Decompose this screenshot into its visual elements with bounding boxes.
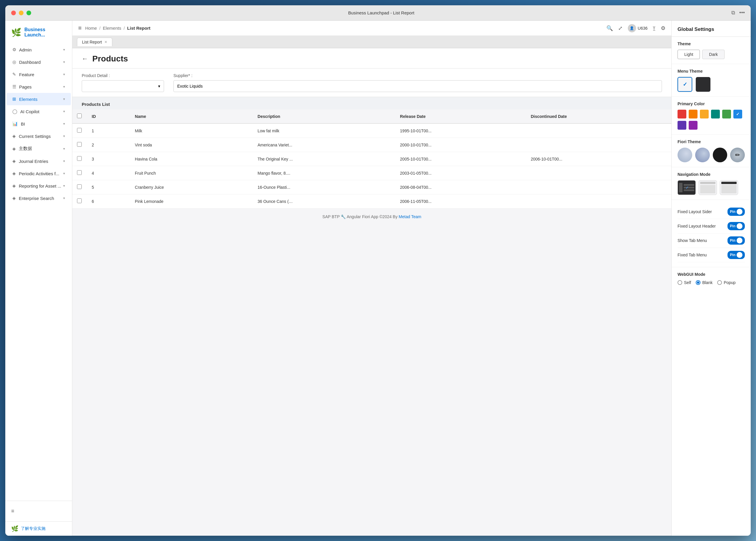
sidebar-item-zhu-shuju[interactable]: ◈ 主数据 ▾ [6, 142, 71, 155]
sidebar-item-periodic-activities[interactable]: ◈ Periodic Activities f... ▾ [6, 167, 71, 180]
row-checkbox-cell [72, 138, 87, 152]
maximize-button[interactable] [26, 11, 31, 15]
page-title: Products [92, 54, 128, 64]
toggle-fixed-tab-menu: Fixed Tab Menu Pin [677, 248, 745, 262]
right-panel: Global Settings Theme Light Dark Menu Th… [671, 21, 751, 536]
table-row: 4 Fruit Punch Mango flavor, 8.... 2003-0… [72, 166, 671, 180]
current-settings-chevron-icon: ▾ [63, 134, 65, 138]
section-header: Products List [72, 97, 671, 109]
row-checkbox[interactable] [77, 184, 82, 189]
fiori-light-option[interactable] [677, 148, 692, 162]
nav-mode-top-alt-option[interactable] [720, 180, 738, 195]
product-detail-select[interactable]: ▾ [82, 80, 164, 92]
sidebar-collapse-btn[interactable]: ≡ [11, 506, 66, 517]
color-amber-option[interactable] [700, 110, 709, 119]
webgui-popup-option[interactable]: Popup [717, 280, 735, 285]
theme-section: Theme Light Dark [672, 37, 751, 64]
journal-entries-icon: ◈ [12, 159, 16, 164]
more-options-icon[interactable]: ••• [739, 10, 745, 16]
logo-icon: 🌿 [11, 28, 21, 37]
user-badge[interactable]: 👤 U636 [628, 24, 647, 32]
sidebar-bottom: ≡ [5, 501, 72, 521]
settings-icon[interactable]: ⚙ [661, 25, 665, 31]
color-green-option[interactable] [722, 110, 731, 119]
sidebar-item-bi[interactable]: 📊 BI ▾ [6, 118, 71, 130]
breadcrumb-home[interactable]: Home [85, 26, 97, 31]
pages-icon: ☰ [12, 84, 16, 89]
menu-theme-dark-option[interactable] [696, 77, 710, 92]
color-teal-option[interactable] [711, 110, 720, 119]
app-header: ≡ Home / Elements / List Report 🔍 ⤢ 👤 U6… [72, 21, 671, 36]
color-orange-option[interactable] [689, 110, 697, 119]
nav-mode-top-option[interactable] [699, 180, 717, 195]
toggle-show-tab-menu-button[interactable]: Pin [727, 237, 745, 245]
feature-label: Feature [19, 72, 34, 77]
select-all-checkbox[interactable] [77, 114, 82, 118]
sidebar-item-enterprise-search[interactable]: ◈ Enterprise Search ▾ [6, 192, 71, 204]
table-row: 6 Pink Lemonade 36 Ounce Cans (… 2006-11… [72, 194, 671, 209]
theme-dark-button[interactable]: Dark [702, 50, 725, 59]
webgui-self-option[interactable]: Self [677, 280, 691, 285]
tab-list-report[interactable]: List Report ✕ [77, 38, 112, 46]
tab-close-icon[interactable]: ✕ [104, 40, 107, 44]
color-red-option[interactable] [677, 110, 686, 119]
text-icon[interactable]: T̲ [653, 26, 655, 31]
fiori-dark-option[interactable] [713, 148, 727, 162]
row-checkbox[interactable] [77, 199, 82, 203]
screen-share-icon[interactable]: ⧉ [731, 10, 735, 16]
row-checkbox[interactable] [77, 142, 82, 147]
bi-chevron-icon: ▾ [63, 122, 65, 126]
row-release-date: 2003-01-05T00... [395, 166, 526, 180]
content: ← Products Product Detail : ▾ Supplier* … [72, 48, 671, 536]
color-purple-option[interactable] [689, 121, 697, 130]
supplier-input[interactable] [174, 80, 662, 92]
breadcrumb-elements[interactable]: Elements [103, 26, 122, 31]
app-body: 🌿 Business Launch... ⚙ Admin ▾ ◎ Dashboa… [5, 21, 751, 536]
color-blue-option[interactable]: ✓ [733, 110, 742, 119]
sidebar-item-feature[interactable]: ✎ Feature ▾ [6, 68, 71, 81]
row-checkbox[interactable] [77, 128, 82, 133]
sidebar-item-journal-entries[interactable]: ◈ Journal Entries ▾ [6, 155, 71, 167]
fiori-pencil-option[interactable]: ✏ [730, 148, 745, 162]
back-button[interactable]: ← [82, 55, 88, 63]
toggle-show-tab-menu: Show Tab Menu Pin [677, 234, 745, 248]
toggle-fixed-layout-header-button[interactable]: Pin [727, 222, 745, 230]
sidebar-item-current-settings[interactable]: ◈ Current Settings ▾ [6, 130, 71, 142]
enterprise-search-chevron-icon: ▾ [63, 196, 65, 200]
footer-link[interactable]: 了解专业实施 [21, 526, 46, 531]
row-checkbox-cell [72, 180, 87, 194]
sidebar-item-admin[interactable]: ⚙ Admin ▾ [6, 44, 71, 56]
theme-light-button[interactable]: Light [677, 50, 700, 59]
minimize-button[interactable] [19, 11, 24, 15]
sidebar-item-pages[interactable]: ☰ Pages ▾ [6, 81, 71, 93]
row-id: 1 [87, 124, 130, 138]
row-discontinued-date [526, 124, 671, 138]
color-indigo-option[interactable] [677, 121, 686, 130]
close-button[interactable] [11, 11, 16, 15]
zhu-shuju-label: 主数据 [19, 146, 32, 152]
footer-link[interactable]: Metad Team [399, 214, 421, 219]
row-description: 16-Ounce Plasti... [253, 180, 395, 194]
traffic-lights [11, 11, 31, 15]
toggle-fixed-layout-sider-button[interactable]: Pin [727, 208, 745, 216]
webgui-blank-option[interactable]: Blank [696, 280, 712, 285]
reporting-asset-label: Reporting for Asset ... [19, 184, 61, 189]
fiori-light2-option[interactable] [695, 148, 710, 162]
row-checkbox[interactable] [77, 156, 82, 161]
row-release-date: 2000-10-01T00... [395, 138, 526, 152]
webgui-blank-radio-inner [697, 281, 699, 284]
row-checkbox[interactable] [77, 170, 82, 175]
toggle-fixed-tab-menu-button[interactable]: Pin [727, 251, 745, 259]
toggle-circle-1 [737, 223, 742, 229]
menu-theme-light-option[interactable]: ✓ [677, 77, 692, 92]
fullscreen-icon[interactable]: ⤢ [618, 25, 622, 31]
nav-mode-sidebar-option[interactable]: ✓ [677, 180, 696, 195]
breadcrumb-sep-1: / [99, 26, 101, 31]
sidebar-item-dashboard[interactable]: ◎ Dashboard ▾ [6, 56, 71, 68]
sidebar-item-elements[interactable]: ⊞ Elements ▾ [6, 93, 71, 105]
search-icon[interactable]: 🔍 [606, 25, 613, 31]
menu-toggle-button[interactable]: ≡ [78, 25, 82, 31]
sidebar-item-ai-copilot[interactable]: ◯ AI Copilot ▾ [6, 105, 71, 118]
periodic-activities-icon: ◈ [12, 171, 16, 176]
sidebar-item-reporting-asset[interactable]: ◈ Reporting for Asset ... ▾ [6, 180, 71, 192]
